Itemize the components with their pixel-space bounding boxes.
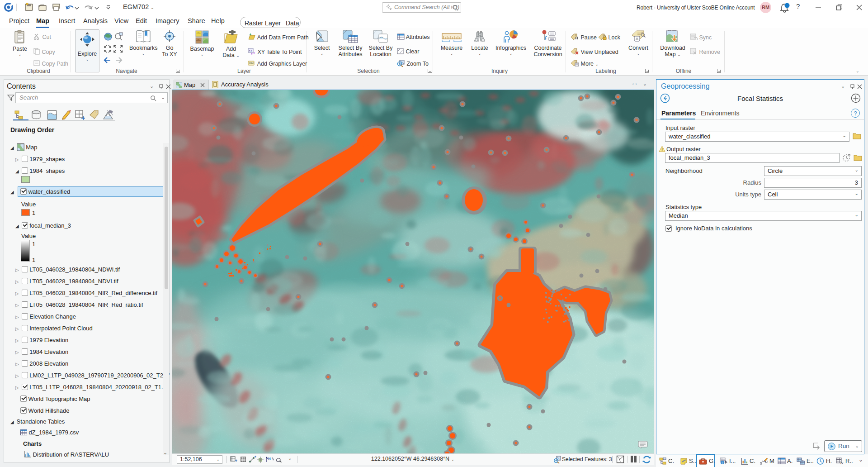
svg-text:N: N	[268, 457, 271, 461]
svg-text:fx: fx	[840, 461, 844, 465]
svg-text:A: A	[636, 37, 638, 41]
svg-text:XY: XY	[249, 49, 252, 52]
